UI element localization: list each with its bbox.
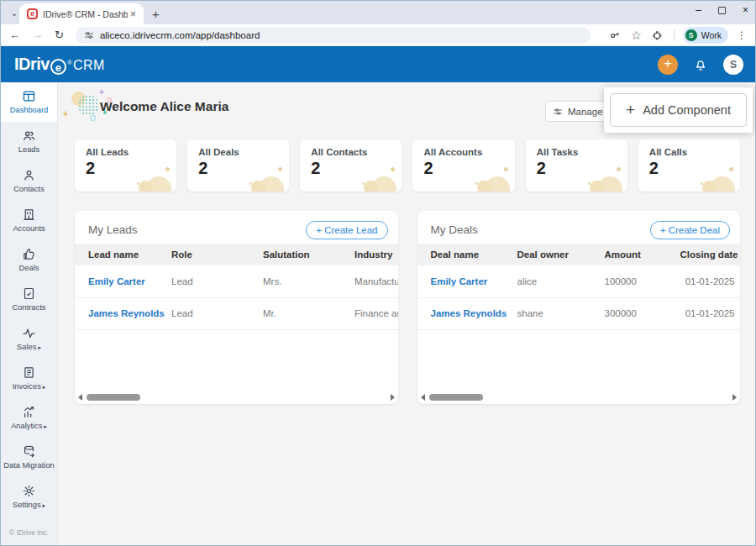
deal-closing-date: 01-01-2025 [680,297,741,329]
scroll-left-icon[interactable] [421,394,425,401]
create-lead-button[interactable]: + Create Lead [306,221,387,239]
stat-card-all-calls[interactable]: All Calls 2 [638,139,740,192]
deal-closing-date: 01-01-2025 [680,265,741,297]
idrive-favicon-icon: e [27,8,38,19]
sidebar-label: Contacts [13,185,45,193]
lead-role: Lead [171,265,263,297]
quick-add-button[interactable]: + [658,55,678,75]
scroll-right-icon[interactable] [732,394,737,401]
horizontal-scrollbar[interactable] [421,393,738,402]
url-field[interactable]: aliceco.idrivecrm.com/app/dashboard [76,27,591,44]
sidebar-label: Data Migration [3,461,54,470]
scrollbar-thumb[interactable] [429,394,483,401]
column-header[interactable]: Deal owner [517,244,605,265]
sidebar-item-deals[interactable]: Deals [1,240,57,280]
welcome-title: Welcome Alice Maria [100,99,228,114]
idrive-crm-logo[interactable]: IDrive®CRM [14,55,105,74]
deal-owner: alice [517,265,605,297]
sidebar-item-accounts[interactable]: Accounts [1,201,57,240]
sidebar-item-data-migration[interactable]: Data Migration [1,438,57,477]
sidebar-item-settings[interactable]: Settings▸ [1,477,57,517]
stat-label: All Calls [649,147,740,157]
stat-label: All Contacts [311,147,402,157]
accounts-icon [22,207,36,222]
stat-card-all-contacts[interactable]: All Contacts 2 [300,139,402,192]
lead-role: Lead [171,297,263,329]
sidebar-item-contracts[interactable]: Contracts [1,280,57,319]
sliders-icon [553,107,563,117]
stat-card-all-tasks[interactable]: All Tasks 2 [526,139,627,192]
tab-close-icon[interactable]: × [128,8,139,20]
lead-name-link[interactable]: James Reynolds [75,297,171,329]
stat-label: All Deals [198,147,289,157]
table-row[interactable]: James Reynolds shane 300000 01-01-2025 [417,297,741,329]
extensions-puzzle-icon[interactable] [652,29,664,41]
browser-window: ⌄ e IDrive® CRM - Dashboard × + – × ← → … [0,0,756,546]
forward-button[interactable]: → [32,29,43,41]
my-deals-title: My Deals [431,223,478,236]
stat-card-all-accounts[interactable]: All Accounts 2 [412,139,514,192]
sidebar-item-leads[interactable]: Leads [1,122,57,161]
maximize-button[interactable] [718,7,726,14]
deal-owner: shane [517,297,605,329]
address-bar: ← → ↻ aliceco.idrivecrm.com/app/dashboar… [1,24,755,46]
minimize-button[interactable]: – [696,4,701,16]
site-settings-icon[interactable] [84,30,94,40]
stat-card-all-leads[interactable]: All Leads 2 [75,139,176,192]
sidebar-item-sales[interactable]: Sales▸ [1,319,57,359]
table-row[interactable]: Emily Carter alice 100000 01-01-2025 [417,265,741,297]
browser-profile-button[interactable]: S Work [683,27,728,44]
my-leads-title: My Leads [88,223,138,236]
sidebar-item-dashboard[interactable]: Dashboard [1,82,57,122]
sidebar-item-invoices[interactable]: Invoices▸ [1,359,57,398]
column-header[interactable]: Closing date [680,244,741,265]
plus-icon: + [626,101,635,119]
reload-button[interactable]: ↻ [55,29,64,41]
scrollbar-thumb[interactable] [87,394,140,401]
stat-label: All Tasks [537,147,627,157]
user-avatar[interactable]: S [723,55,743,75]
tab-strip: ⌄ e IDrive® CRM - Dashboard × + – × [1,1,755,24]
stat-card-all-deals[interactable]: All Deals 2 [187,139,289,192]
bookmark-star-icon[interactable]: ☆ [631,29,642,42]
deal-name-link[interactable]: Emily Carter [417,265,517,297]
column-header[interactable]: Salutation [263,244,354,265]
my-leads-panel: My Leads + Create Lead Lead name Role Sa… [75,211,398,404]
url-text[interactable]: aliceco.idrivecrm.com/app/dashboard [100,30,260,40]
column-header[interactable]: Role [171,244,263,265]
lead-industry: Manufacturing [354,265,398,297]
back-button[interactable]: ← [9,29,20,41]
stat-value: 2 [311,159,402,178]
table-row[interactable]: James Reynolds Lead Mr. Finance and [75,297,398,329]
sidebar-item-analytics[interactable]: Analytics▸ [1,398,57,438]
deal-amount: 100000 [605,265,680,297]
scroll-left-icon[interactable] [78,394,82,401]
table-row[interactable]: Emily Carter Lead Mrs. Manufacturing [75,265,398,297]
horizontal-scrollbar[interactable] [78,393,395,402]
column-header[interactable]: Industry [354,244,398,265]
lead-name-link[interactable]: Emily Carter [75,265,171,297]
column-header[interactable]: Amount [605,244,680,265]
sidebar-label: Deals [19,264,39,272]
notifications-bell-icon[interactable] [693,57,708,72]
browser-tab[interactable]: e IDrive® CRM - Dashboard × [19,3,144,24]
password-key-icon[interactable] [609,29,621,41]
add-component-button[interactable]: + Add Component [610,93,747,127]
sidebar-label: Accounts [13,224,45,233]
dashboard-icon [22,89,36,103]
column-header[interactable]: Deal name [417,244,517,265]
lead-salutation: Mrs. [263,265,354,297]
stat-value: 2 [198,159,289,178]
new-tab-button[interactable]: + [152,7,160,21]
scroll-right-icon[interactable] [391,394,395,401]
deal-name-link[interactable]: James Reynolds [417,297,517,329]
add-component-popup: + Add Component [604,87,753,133]
sidebar-item-contacts[interactable]: Contacts [1,161,57,201]
stat-label: All Leads [86,147,176,157]
close-window-button[interactable]: × [743,4,748,16]
column-header[interactable]: Lead name [75,244,171,265]
logo-registered-mark: ® [67,59,72,66]
browser-menu-icon[interactable]: ⋮ [737,29,747,41]
create-deal-button[interactable]: + Create Deal [650,221,730,239]
tab-title: IDrive® CRM - Dashboard [43,9,128,19]
